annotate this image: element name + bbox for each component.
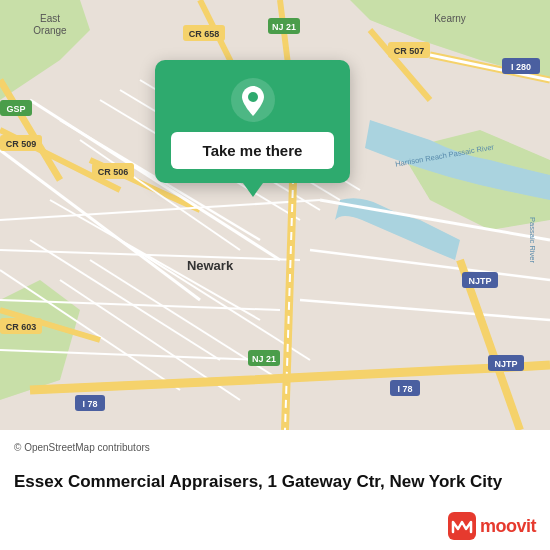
svg-text:NJTP: NJTP	[494, 359, 517, 369]
moovit-icon	[448, 512, 476, 540]
moovit-text: moovit	[480, 516, 536, 537]
svg-text:GSP: GSP	[6, 104, 25, 114]
svg-text:Orange: Orange	[33, 25, 67, 36]
osm-credit: © OpenStreetMap contributors	[14, 442, 536, 453]
location-pin-icon	[231, 78, 275, 122]
svg-text:Kearny: Kearny	[434, 13, 466, 24]
svg-text:Passaic River: Passaic River	[528, 217, 537, 263]
svg-text:NJ 21: NJ 21	[252, 354, 276, 364]
svg-text:NJTP: NJTP	[468, 276, 491, 286]
svg-text:CR 506: CR 506	[98, 167, 129, 177]
svg-text:NJ 21: NJ 21	[272, 22, 296, 32]
map-container: CR 658 NJ 21 CR 507 I 280 GSP CR 509 CR …	[0, 0, 550, 430]
svg-text:Newark: Newark	[187, 258, 234, 273]
take-me-there-button[interactable]: Take me there	[171, 132, 334, 169]
svg-text:I 78: I 78	[397, 384, 412, 394]
svg-text:I 78: I 78	[82, 399, 97, 409]
bottom-logo-row: moovit	[14, 512, 536, 540]
svg-text:CR 658: CR 658	[189, 29, 220, 39]
svg-text:CR 507: CR 507	[394, 46, 425, 56]
svg-text:CR 509: CR 509	[6, 139, 37, 149]
svg-text:I 280: I 280	[511, 62, 531, 72]
location-title: Essex Commercial Appraisers, 1 Gateway C…	[14, 471, 536, 493]
svg-point-71	[248, 92, 258, 102]
svg-text:CR 603: CR 603	[6, 322, 37, 332]
svg-text:East: East	[40, 13, 60, 24]
moovit-logo: moovit	[448, 512, 536, 540]
popup-card: Take me there	[155, 60, 350, 183]
bottom-bar: © OpenStreetMap contributors Essex Comme…	[0, 430, 550, 550]
